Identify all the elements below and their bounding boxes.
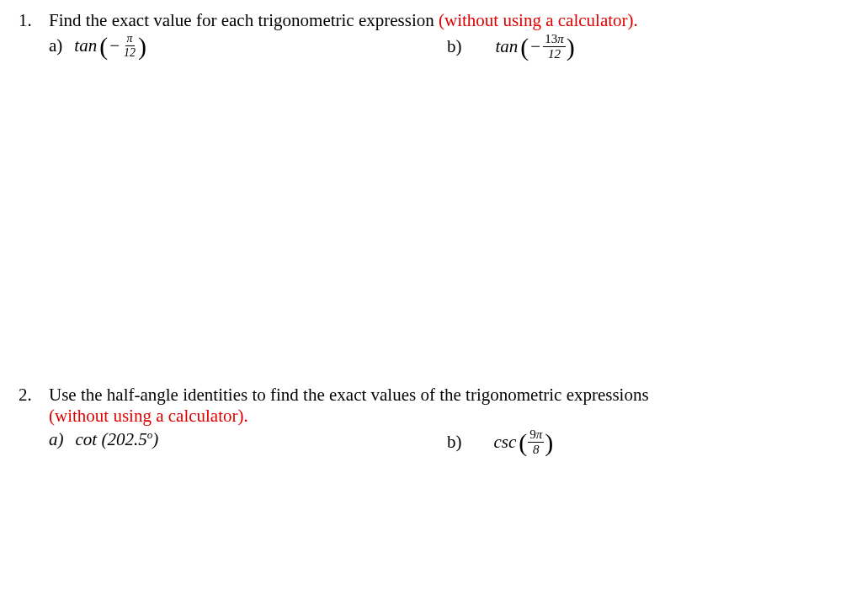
problem-1b-label: b)	[447, 36, 462, 57]
close-paren: )	[545, 433, 553, 451]
denom-8: 8	[531, 443, 541, 456]
minus-sign: −	[530, 36, 540, 57]
problem-1-text-plain: Find the exact value for each trigonomet…	[49, 10, 439, 30]
open-paren: (	[519, 433, 527, 451]
close-paren: )	[138, 37, 146, 55]
problem-1-header: 1. Find the exact value for each trigono…	[17, 10, 845, 31]
fraction-pi-12: π 12	[122, 33, 137, 59]
problem-1b: b) tan ( − 13π 12 )	[447, 33, 845, 61]
numer-9pi: 9π	[529, 427, 542, 441]
denom-12: 12	[546, 47, 562, 61]
problem-1-number: 1.	[17, 10, 49, 31]
minus-sign: −	[109, 35, 120, 56]
problem-1b-expression: tan ( − 13π 12 )	[496, 33, 575, 61]
problem-1a: a) tan ( − π 12 )	[49, 33, 447, 61]
problem-2a: a) cot (202.5o)	[49, 428, 447, 456]
problem-1-text: Find the exact value for each trigonomet…	[49, 10, 845, 31]
problem-2-subproblems: a) cot (202.5o) b) csc ( 9π 8 )	[17, 428, 845, 456]
problem-2b-label: b)	[447, 432, 462, 453]
cot-function: cot	[76, 429, 98, 449]
denom-12: 12	[122, 46, 137, 59]
cot-inner: (202.5o)	[101, 429, 158, 449]
problem-1-subproblems: a) tan ( − π 12 ) b) tan ( − 13π 12	[17, 33, 845, 61]
csc-function: csc	[494, 432, 517, 453]
problem-1a-label: a)	[49, 35, 62, 56]
problem-2-text-red: (without using a calculator).	[49, 406, 248, 426]
problem-2-text-plain: Use the half-angle identities to find th…	[49, 385, 649, 405]
open-paren: (	[520, 38, 529, 56]
problem-2-header: 2. Use the half-angle identities to find…	[17, 385, 845, 427]
fraction-13pi-12: 13π 12	[543, 33, 566, 61]
problem-1-text-red: (without using a calculator).	[439, 10, 638, 30]
problem-2a-label: a)	[49, 429, 64, 450]
close-paren: )	[567, 38, 575, 56]
numer-13pi: 13π	[545, 32, 564, 45]
open-paren: (	[99, 37, 108, 55]
fraction-9pi-8: 9π 8	[528, 428, 544, 456]
tan-function: tan	[74, 35, 97, 56]
problem-2b: b) csc ( 9π 8 )	[447, 428, 845, 456]
tan-function: tan	[496, 36, 519, 57]
problem-1: 1. Find the exact value for each trigono…	[17, 10, 845, 61]
problem-2: 2. Use the half-angle identities to find…	[17, 385, 845, 456]
problem-2b-expression: csc ( 9π 8 )	[494, 428, 554, 456]
problem-2-number: 2.	[17, 385, 49, 406]
problem-1a-expression: tan ( − π 12 )	[74, 33, 146, 59]
problem-2a-expression: cot (202.5o)	[76, 428, 159, 450]
problem-2-text: Use the half-angle identities to find th…	[49, 385, 845, 427]
pi-symbol: π	[127, 32, 133, 45]
